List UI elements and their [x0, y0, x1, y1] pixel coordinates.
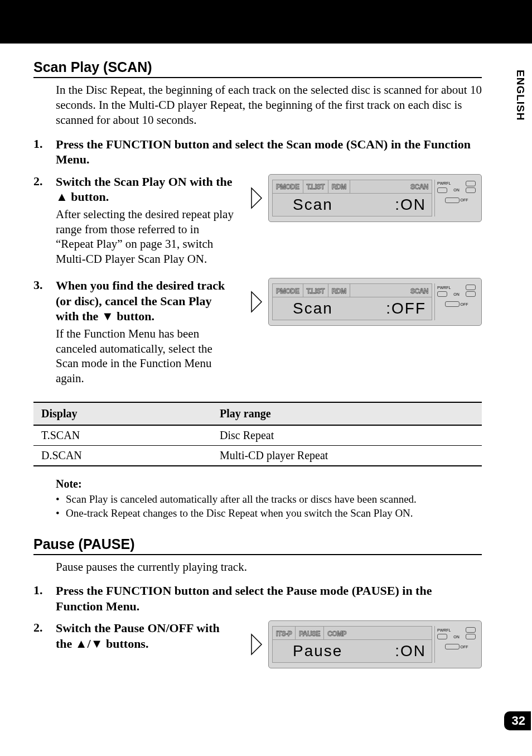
- scan-step-2-row: 2. Switch the Scan Play ON with the ▲ bu…: [33, 174, 482, 267]
- table-cell: Multi-CD player Repeat: [212, 446, 482, 465]
- indicator-panel: PWRFL ON OFF: [434, 626, 478, 663]
- mini-icon: [445, 644, 460, 649]
- step-title: When you find the desired track (or disc…: [56, 278, 234, 324]
- note-block: Note: Scan Play is canceled automaticall…: [56, 478, 482, 520]
- lcd-value: :ON: [395, 196, 432, 214]
- display-with-marker: PMODE T.LIST RDM SCAN Scan :OFF PWR: [250, 278, 482, 326]
- top-black-bar: [0, 0, 532, 44]
- step-number: 2.: [33, 174, 56, 267]
- lcd-tab: PMODE: [273, 284, 303, 297]
- note-item: One-track Repeat changes to the Disc Rep…: [56, 507, 482, 521]
- lcd-display-pause-on: ITS-P PAUSE COMP Pause :ON PWRFL ON: [268, 620, 482, 668]
- scan-display-table: Display Play range T.SCAN Disc Repeat D.…: [33, 402, 482, 466]
- step-title: Switch the Pause ON/OFF with the ▲/▼ but…: [56, 620, 234, 651]
- step-number: 1.: [33, 137, 56, 167]
- pause-step-2-row: 2. Switch the Pause ON/OFF with the ▲/▼ …: [33, 620, 482, 668]
- indicator-panel: PWRFL ON OFF: [434, 180, 478, 216]
- section-scan-title: Scan Play (SCAN): [33, 59, 482, 78]
- lcd-display-scan-on: PMODE T.LIST RDM SCAN Scan :ON PWRF: [268, 174, 482, 222]
- page: ENGLISH Scan Play (SCAN) In the Disc Rep…: [0, 0, 532, 756]
- svg-marker-2: [252, 634, 262, 654]
- lcd-label: Scan: [293, 196, 395, 214]
- table-cell: D.SCAN: [33, 446, 212, 465]
- display-with-marker: PMODE T.LIST RDM SCAN Scan :ON PWRF: [250, 174, 482, 222]
- lcd-tab: T.LIST: [303, 284, 328, 297]
- mini-icon: [437, 291, 447, 297]
- lcd-display-scan-off: PMODE T.LIST RDM SCAN Scan :OFF PWR: [268, 278, 482, 326]
- table-header: Display Play range: [33, 403, 482, 426]
- mini-icon: [466, 291, 476, 297]
- lcd-value: :ON: [395, 642, 432, 660]
- triangle-down-icon: ▼: [101, 309, 114, 324]
- table-header-cell: Play range: [212, 403, 482, 425]
- language-tab: ENGLISH: [514, 70, 526, 121]
- lcd-tab-active: SCAN: [407, 284, 432, 297]
- mini-icon: [466, 627, 476, 633]
- mini-icon: [437, 187, 447, 193]
- step-body-text: If the Function Menu has been canceled a…: [56, 326, 234, 387]
- step-body-text: After selecting the desired repeat play …: [56, 207, 234, 267]
- lcd-tab: COMP: [324, 627, 350, 639]
- scan-step-1: 1. Press the FUNCTION button and select …: [33, 137, 482, 167]
- scan-intro-text: In the Disc Repeat, the beginning of eac…: [56, 83, 482, 128]
- indicator-panel: PWRFL ON OFF: [434, 283, 478, 320]
- triangle-right-icon: [250, 187, 263, 209]
- lcd-tab-active: SCAN: [407, 180, 432, 193]
- table-cell: Disc Repeat: [212, 426, 482, 445]
- triangle-up-icon: ▲: [75, 636, 88, 652]
- mini-icon: [437, 634, 447, 639]
- note-title: Note:: [56, 478, 482, 490]
- table-row: T.SCAN Disc Repeat: [33, 426, 482, 446]
- pause-step-1: 1. Press the FUNCTION button and select …: [33, 583, 482, 614]
- lcd-tab: T.LIST: [303, 180, 328, 193]
- lcd-value: :OFF: [386, 300, 432, 317]
- mini-icon: [445, 301, 460, 307]
- lcd-label: Pause: [293, 642, 395, 660]
- mini-icon: [445, 198, 460, 203]
- table-row: D.SCAN Multi-CD player Repeat: [33, 446, 482, 465]
- step-number: 3.: [33, 278, 56, 386]
- triangle-right-icon: [250, 291, 263, 313]
- section-pause-title: Pause (PAUSE): [33, 536, 482, 555]
- mini-icon: [466, 634, 476, 639]
- table-cell: T.SCAN: [33, 426, 212, 445]
- table-header-cell: Display: [33, 403, 212, 425]
- lcd-tab: RDM: [328, 284, 350, 297]
- svg-marker-0: [252, 188, 262, 208]
- page-number-badge: 32: [504, 711, 531, 730]
- scan-step-3-row: 3. When you find the desired track (or d…: [33, 278, 482, 386]
- step-title: Switch the Scan Play ON with the ▲ butto…: [56, 174, 234, 205]
- step-title: Press the FUNCTION button and select the…: [56, 137, 482, 167]
- step-number: 2.: [33, 620, 56, 651]
- lcd-label: Scan: [293, 300, 386, 317]
- step-title: Press the FUNCTION button and select the…: [56, 583, 482, 614]
- pause-intro-text: Pause pauses the currently playing track…: [56, 560, 482, 575]
- triangle-down-icon: ▼: [91, 636, 103, 652]
- triangle-up-icon: ▲: [56, 189, 68, 205]
- svg-marker-1: [252, 292, 262, 312]
- lcd-tab-active: PAUSE: [296, 627, 324, 639]
- content-area: Scan Play (SCAN) In the Disc Repeat, the…: [0, 44, 532, 668]
- step-number: 1.: [33, 583, 56, 614]
- lcd-tab: PMODE: [273, 180, 303, 193]
- lcd-tab: ITS-P: [273, 627, 296, 639]
- mini-icon: [466, 181, 476, 186]
- mini-icon: [466, 285, 476, 290]
- triangle-right-icon: [250, 633, 263, 656]
- display-with-marker: ITS-P PAUSE COMP Pause :ON PWRFL ON: [250, 620, 482, 668]
- lcd-tab: RDM: [328, 180, 350, 193]
- note-item: Scan Play is canceled automatically afte…: [56, 493, 482, 507]
- mini-icon: [466, 187, 476, 193]
